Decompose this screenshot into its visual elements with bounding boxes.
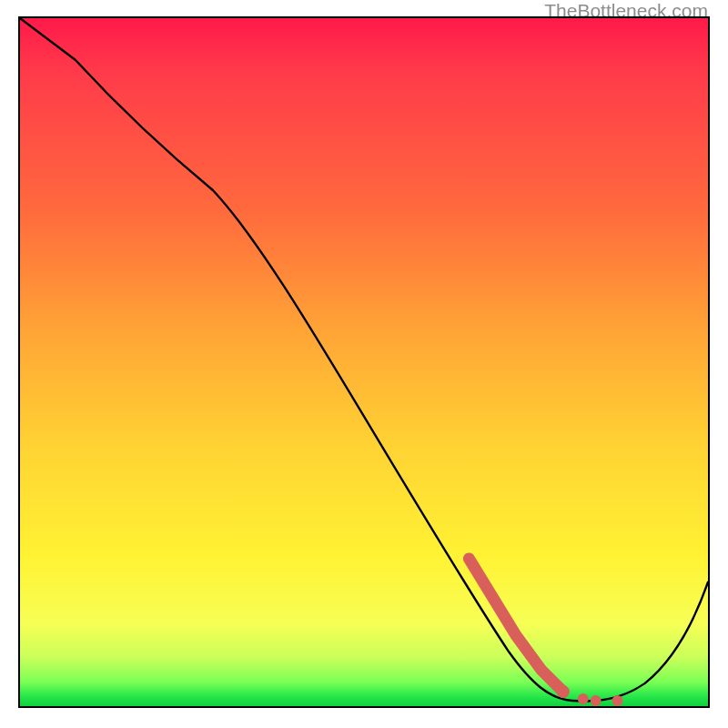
main-curve — [20, 18, 708, 702]
plot-area — [18, 16, 710, 708]
highlight-segment — [469, 559, 562, 692]
svg-point-1 — [578, 693, 589, 704]
chart-stage: TheBottleneck.com — [0, 0, 728, 728]
svg-point-0 — [557, 685, 570, 698]
highlight-dots — [557, 685, 623, 706]
svg-point-3 — [612, 695, 623, 706]
chart-svg — [20, 18, 708, 706]
svg-point-2 — [591, 695, 602, 706]
